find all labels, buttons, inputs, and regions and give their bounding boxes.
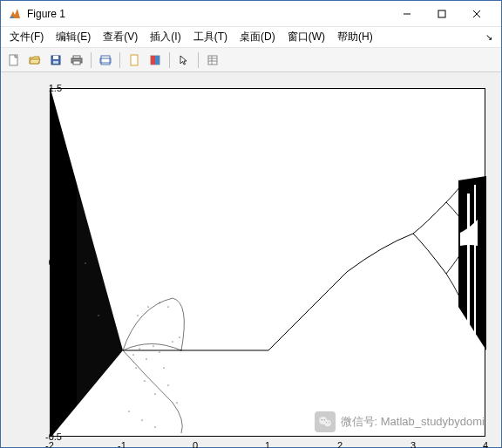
close-button[interactable] <box>459 2 494 26</box>
svg-point-22 <box>85 263 86 264</box>
svg-point-37 <box>179 336 180 337</box>
matlab-icon <box>8 7 22 21</box>
window-title: Figure 1 <box>27 8 390 20</box>
svg-point-43 <box>141 419 142 420</box>
ytick-label: -0.5 <box>27 431 62 442</box>
print-icon[interactable] <box>67 51 86 70</box>
menu-file[interactable]: 文件(F) <box>4 28 49 46</box>
new-figure-icon[interactable] <box>4 51 24 70</box>
svg-point-38 <box>137 315 138 316</box>
pointer-icon[interactable] <box>174 51 193 70</box>
svg-point-26 <box>146 358 146 359</box>
xtick-label: 3 <box>410 440 416 448</box>
svg-rect-10 <box>73 61 80 64</box>
svg-rect-6 <box>53 56 58 59</box>
svg-rect-15 <box>151 56 155 64</box>
ytick-label: 1.5 <box>27 83 62 93</box>
svg-point-29 <box>163 367 164 368</box>
minimize-button[interactable] <box>390 2 424 26</box>
svg-point-27 <box>153 345 153 346</box>
svg-rect-46 <box>467 193 470 333</box>
menu-view[interactable]: 查看(V) <box>98 28 143 46</box>
svg-rect-17 <box>208 56 217 64</box>
print-preview-icon[interactable] <box>96 51 115 70</box>
property-inspector-icon[interactable] <box>203 51 222 70</box>
svg-rect-7 <box>53 61 58 64</box>
plot-area: 1.5 1 0.5 0 -0.5 -2 -1 0 1 2 3 4 <box>1 72 501 447</box>
colorbar-icon[interactable] <box>146 51 165 70</box>
svg-point-33 <box>154 393 155 394</box>
dock-button[interactable]: ↘ <box>480 31 498 44</box>
svg-point-35 <box>135 367 136 368</box>
ytick-label: 0.5 <box>27 257 62 268</box>
toolbar <box>1 48 501 72</box>
xtick-label: 4 <box>483 440 488 448</box>
xtick-label: 1 <box>265 440 270 448</box>
link-plot-icon[interactable] <box>125 51 144 70</box>
open-icon[interactable] <box>25 51 44 70</box>
svg-point-34 <box>144 380 145 381</box>
menu-window[interactable]: 窗口(W) <box>282 28 330 46</box>
svg-point-28 <box>159 351 159 352</box>
xtick-label: 2 <box>337 440 343 448</box>
svg-rect-1 <box>438 10 445 17</box>
svg-point-31 <box>172 341 173 342</box>
svg-point-39 <box>147 306 148 307</box>
ytick-label: 0 <box>27 344 62 355</box>
svg-point-24 <box>132 354 133 355</box>
titlebar: Figure 1 <box>1 1 501 27</box>
save-icon[interactable] <box>46 51 65 70</box>
ytick-label: 1 <box>27 170 62 180</box>
figure-window: Figure 1 文件(F) 编辑(E) 查看(V) 插入(I) 工具(T) 桌… <box>0 0 502 448</box>
svg-point-44 <box>154 426 155 427</box>
axes[interactable] <box>50 88 485 437</box>
svg-point-30 <box>167 384 168 385</box>
svg-point-21 <box>103 193 104 194</box>
toolbar-separator <box>91 52 92 68</box>
svg-rect-47 <box>474 185 476 342</box>
toolbar-separator <box>198 52 199 68</box>
xtick-label: -1 <box>118 440 126 448</box>
bifurcation-plot <box>51 89 486 438</box>
menu-edit[interactable]: 编辑(E) <box>51 28 96 46</box>
svg-point-41 <box>167 306 168 307</box>
menu-insert[interactable]: 插入(I) <box>145 28 186 46</box>
svg-rect-13 <box>131 55 138 65</box>
menu-desktop[interactable]: 桌面(D) <box>234 28 281 46</box>
menu-tools[interactable]: 工具(T) <box>188 28 233 46</box>
xtick-label: -2 <box>45 440 54 448</box>
svg-point-32 <box>176 402 177 403</box>
maximize-button[interactable] <box>424 2 459 26</box>
toolbar-separator <box>169 52 170 68</box>
menubar: 文件(F) 编辑(E) 查看(V) 插入(I) 工具(T) 桌面(D) 窗口(W… <box>1 27 501 48</box>
svg-rect-16 <box>155 56 159 64</box>
svg-point-40 <box>159 302 159 302</box>
svg-point-25 <box>139 348 139 349</box>
svg-point-23 <box>98 316 99 316</box>
xtick-label: 0 <box>193 440 198 448</box>
toolbar-separator <box>119 52 120 68</box>
menu-help[interactable]: 帮助(H) <box>332 28 378 46</box>
svg-point-42 <box>128 411 129 411</box>
